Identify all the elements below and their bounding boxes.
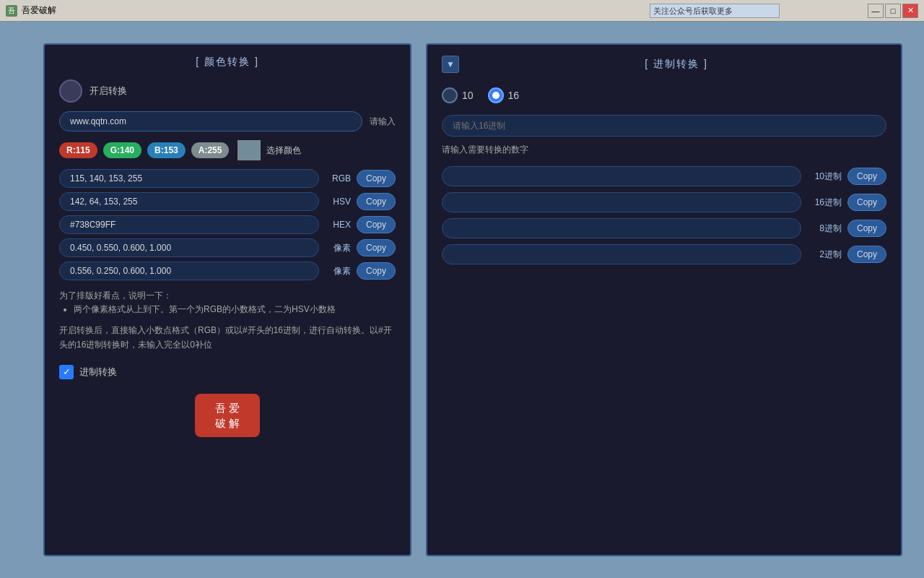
hsv-input[interactable] — [59, 192, 319, 211]
note-item-0: 两个像素格式从上到下。第一个为RGB的小数格式，二为HSV小数格 — [74, 303, 396, 316]
pixel2-copy-button[interactable]: Copy — [357, 262, 396, 280]
result-2-label: 2进制 — [807, 249, 842, 261]
result-16-copy-button[interactable]: Copy — [847, 194, 886, 211]
checkbox-row: ✓ 进制转换 — [59, 365, 396, 379]
rgb-label: RGB — [325, 173, 351, 184]
radio-16-button[interactable] — [488, 87, 504, 103]
rgba-row: R:115 G:140 B:153 A:255 选择颜色 — [59, 140, 396, 160]
note2-text: 开启转换后，直接输入小数点格式（RGB）或以#开头的16进制，进行自动转换。以#… — [59, 325, 392, 349]
result-8-row: 8进制 Copy — [442, 218, 886, 238]
result-16-row: 16进制 Copy — [442, 192, 886, 212]
rgb-copy-button[interactable]: Copy — [357, 170, 396, 187]
pixel2-label: 像素 — [325, 265, 351, 277]
right-panel: ▼ [ 进制转换 ] 10 16 请输入需要转换的数字 10进制 Copy — [426, 43, 902, 556]
main-area: [ 颜色转换 ] 开启转换 请输入 R:115 G:140 B:153 A:25… — [0, 22, 924, 578]
pixel1-row: 像素 Copy — [59, 238, 396, 257]
note-section: 为了排版好看点，说明一下： 两个像素格式从上到下。第一个为RGB的小数格式，二为… — [59, 289, 396, 316]
minimize-button[interactable]: — — [868, 4, 884, 18]
title-bar-left: 吾 吾爱破解 — [6, 4, 56, 17]
hsv-copy-button[interactable]: Copy — [357, 193, 396, 210]
radio-16-group: 16 — [488, 87, 520, 103]
hex-input-row — [442, 115, 886, 137]
choose-color-button[interactable]: 选择颜色 — [266, 144, 301, 157]
address-input[interactable] — [650, 4, 780, 18]
brand-line1: 吾 爱 — [215, 402, 240, 414]
result-8-input[interactable] — [442, 218, 801, 238]
hsv-row: HSV Copy — [59, 192, 396, 211]
radio-10-button[interactable] — [442, 87, 458, 103]
note2-section: 开启转换后，直接输入小数点格式（RGB）或以#开头的16进制，进行自动转换。以#… — [59, 324, 396, 351]
radio-16-label: 16 — [508, 90, 520, 101]
result-16-label: 16进制 — [807, 197, 842, 209]
result-8-copy-button[interactable]: Copy — [847, 220, 886, 237]
pixel1-copy-button[interactable]: Copy — [357, 239, 396, 256]
note-title: 为了排版好看点，说明一下： — [59, 289, 396, 303]
result-2-copy-button[interactable]: Copy — [847, 246, 886, 263]
result-16-input[interactable] — [442, 192, 801, 212]
pixel1-label: 像素 — [325, 242, 351, 254]
rgb-row: RGB Copy — [59, 169, 396, 188]
hex-row: HEX Copy — [59, 215, 396, 234]
radio-row: 10 16 — [442, 87, 886, 103]
a-badge: A:255 — [191, 142, 230, 158]
brand-line2: 破 解 — [215, 417, 240, 429]
window-controls: — □ ✕ — [868, 4, 918, 18]
hsv-label: HSV — [325, 197, 351, 207]
url-input[interactable] — [59, 111, 362, 131]
radio-10-label: 10 — [462, 90, 474, 101]
url-input-row: 请输入 — [59, 111, 396, 131]
b-badge: B:153 — [147, 142, 186, 158]
app-icon: 吾 — [6, 5, 17, 17]
hex-label: HEX — [325, 220, 351, 230]
result-10-label: 10进制 — [807, 171, 842, 183]
result-2-input[interactable] — [442, 244, 801, 264]
close-button[interactable]: ✕ — [902, 4, 918, 18]
pixel1-input[interactable] — [59, 238, 319, 257]
radio-10-group: 10 — [442, 87, 474, 103]
title-bar: 吾 吾爱破解 — □ ✕ — [0, 0, 924, 22]
rgb-input[interactable] — [59, 169, 319, 188]
color-swatch[interactable] — [237, 140, 261, 160]
brand-button[interactable]: 吾 爱 破 解 — [195, 394, 260, 437]
result-8-label: 8进制 — [807, 223, 842, 235]
checkbox-label: 进制转换 — [79, 366, 117, 379]
result-10-input[interactable] — [442, 166, 801, 186]
pixel2-input[interactable] — [59, 262, 319, 280]
dropdown-arrow-button[interactable]: ▼ — [442, 56, 459, 73]
hex-convert-input[interactable] — [442, 115, 886, 137]
right-panel-header: ▼ [ 进制转换 ] — [442, 56, 886, 73]
result-2-row: 2进制 Copy — [442, 244, 886, 264]
g-badge: G:140 — [103, 142, 141, 158]
left-panel-title: [ 颜色转换 ] — [59, 56, 396, 69]
window-title: 吾爱破解 — [22, 4, 56, 17]
right-panel-title: [ 进制转换 ] — [466, 58, 886, 71]
maximize-button[interactable]: □ — [885, 4, 901, 18]
toggle-button[interactable] — [59, 79, 82, 103]
toggle-row: 开启转换 — [59, 79, 396, 103]
url-placeholder: 请输入 — [370, 116, 396, 128]
convert-note-label: 请输入需要转换的数字 — [442, 144, 886, 156]
result-10-copy-button[interactable]: Copy — [847, 168, 886, 185]
checkbox-icon[interactable]: ✓ — [59, 365, 74, 379]
left-panel: [ 颜色转换 ] 开启转换 请输入 R:115 G:140 B:153 A:25… — [43, 43, 411, 556]
toggle-label: 开启转换 — [90, 85, 127, 98]
pixel2-row: 像素 Copy — [59, 262, 396, 280]
hex-input[interactable] — [59, 215, 319, 234]
hex-copy-button[interactable]: Copy — [357, 216, 396, 233]
r-badge: R:115 — [59, 142, 97, 158]
result-10-row: 10进制 Copy — [442, 166, 886, 186]
